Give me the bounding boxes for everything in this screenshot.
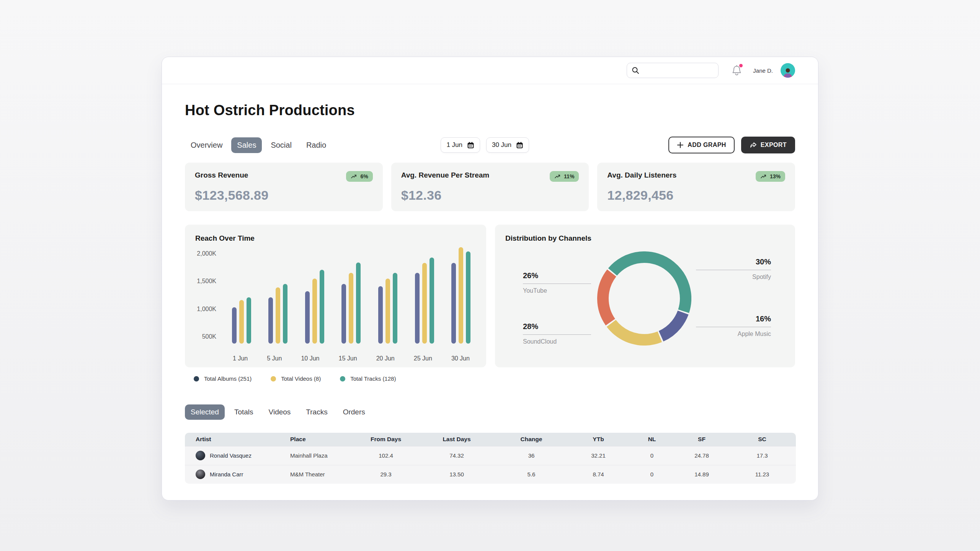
table-header: ArtistPlaceFrom DaysLast DaysChangeYTbNL… [185, 433, 796, 446]
bar[interactable] [247, 297, 251, 344]
x-axis-tick: 30 Jun [451, 355, 470, 362]
bar[interactable] [239, 300, 244, 344]
bar[interactable] [312, 279, 317, 344]
table-cell: Mainhall Plaza [279, 446, 353, 465]
bar[interactable] [356, 262, 361, 344]
user-avatar[interactable] [781, 63, 795, 78]
y-axis-tick: 1,500K [185, 277, 216, 285]
callout-percent: 26% [523, 271, 591, 280]
tab-overview[interactable]: Overview [185, 137, 228, 153]
date-from-picker[interactable]: 1 Jun [441, 137, 480, 153]
bar[interactable] [305, 291, 310, 344]
search-icon [632, 67, 639, 74]
column-header[interactable]: Place [279, 433, 353, 446]
column-header[interactable]: From Days [353, 433, 418, 446]
tab-orders[interactable]: Orders [337, 404, 371, 420]
bar[interactable] [451, 263, 456, 344]
kpi-value: $123,568.89 [195, 188, 373, 203]
search-input[interactable] [642, 67, 719, 74]
donut-chart-title: Distribution by Channels [505, 234, 591, 243]
x-axis-tick: 25 Jun [414, 355, 432, 362]
table-row[interactable]: Miranda CarrM&M Theater29.313.505.68.740… [185, 465, 796, 484]
column-header[interactable]: Last Days [418, 433, 495, 446]
kpi-change-badge: 11% [550, 171, 579, 182]
donut-callout: 26% YouTube [523, 271, 591, 294]
table-cell: 102.4 [353, 446, 418, 465]
bar[interactable] [283, 284, 287, 344]
bar[interactable] [320, 270, 324, 344]
view-tabs: OverviewSalesSocialRadio [185, 137, 332, 153]
callout-label: Apple Music [696, 331, 771, 337]
tab-social[interactable]: Social [265, 137, 297, 153]
calendar-icon [516, 142, 523, 149]
bar-group [341, 262, 361, 344]
callout-label: YouTube [523, 287, 591, 294]
y-axis-tick: 1,000K [185, 305, 216, 313]
legend-dot [271, 376, 276, 381]
add-graph-button[interactable]: ADD GRAPH [668, 137, 735, 153]
bar[interactable] [466, 251, 470, 344]
column-header[interactable]: Artist [185, 433, 279, 446]
kpi-change-badge: 13% [756, 171, 785, 182]
donut-chart [597, 251, 691, 346]
tab-totals[interactable]: Totals [229, 404, 259, 420]
bar[interactable] [378, 286, 383, 344]
bar[interactable] [430, 258, 434, 344]
bar[interactable] [459, 247, 463, 344]
artist-cell: Miranda Carr [196, 469, 279, 479]
legend-item: Total Albums (251) [194, 375, 252, 382]
page-title: Hot Ostrich Productions [185, 102, 795, 119]
x-axis-tick: 1 Jun [233, 355, 248, 362]
tab-radio[interactable]: Radio [301, 137, 332, 153]
legend-dot [194, 376, 199, 381]
tab-sales[interactable]: Sales [231, 137, 262, 153]
tab-selected[interactable]: Selected [185, 404, 225, 420]
table-cell: 36 [495, 446, 568, 465]
add-graph-label: ADD GRAPH [688, 142, 726, 148]
date-from-value: 1 Jun [446, 141, 462, 149]
table-cell: 17.3 [728, 446, 796, 465]
tab-videos[interactable]: Videos [263, 404, 297, 420]
bar[interactable] [422, 263, 427, 344]
trend-up-icon [554, 174, 561, 179]
table-cell: 24.78 [675, 446, 728, 465]
chart-legend: Total Albums (251) Total Videos (8) Tota… [185, 375, 795, 382]
bar-group [378, 273, 397, 344]
kpi-card: Avg. Daily Listeners 13% 12,829,456 [597, 163, 795, 211]
column-header[interactable]: Change [495, 433, 568, 446]
x-axis-tick: 10 Jun [301, 355, 319, 362]
tab-tracks[interactable]: Tracks [300, 404, 333, 420]
trend-up-icon [351, 174, 357, 179]
bar[interactable] [276, 287, 280, 344]
table-cell: 5.6 [495, 465, 568, 484]
column-header[interactable]: YTb [568, 433, 629, 446]
bar[interactable] [415, 273, 420, 344]
table-cell: 29.3 [353, 465, 418, 484]
export-button[interactable]: EXPORT [741, 137, 795, 153]
table-cell: 74.32 [418, 446, 495, 465]
bar[interactable] [393, 273, 397, 344]
column-header[interactable]: SC [728, 433, 796, 446]
callout-line [696, 327, 771, 327]
legend-label: Total Albums (251) [204, 375, 252, 382]
user-name: Jane D. [753, 67, 773, 74]
table-row[interactable]: Ronald VasquezMainhall Plaza102.474.3236… [185, 446, 796, 465]
x-axis-tick: 20 Jun [376, 355, 395, 362]
column-header[interactable]: NL [629, 433, 675, 446]
controls-row: OverviewSalesSocialRadio 1 Jun 30 Jun [185, 137, 795, 153]
bar[interactable] [232, 307, 237, 344]
trend-up-icon [760, 174, 767, 179]
notifications-button[interactable] [732, 65, 742, 76]
bar[interactable] [341, 284, 346, 344]
bar[interactable] [268, 297, 273, 344]
export-label: EXPORT [761, 142, 787, 148]
column-header[interactable]: SF [675, 433, 728, 446]
bar[interactable] [349, 273, 353, 344]
legend-item: Total Tracks (128) [340, 375, 396, 382]
table-tabs: SelectedTotalsVideosTracksOrders [185, 404, 795, 420]
bar[interactable] [385, 279, 390, 344]
bar-group [232, 297, 251, 344]
bar-group [305, 270, 324, 344]
date-to-picker[interactable]: 30 Jun [486, 137, 529, 153]
search-box[interactable] [627, 63, 719, 78]
